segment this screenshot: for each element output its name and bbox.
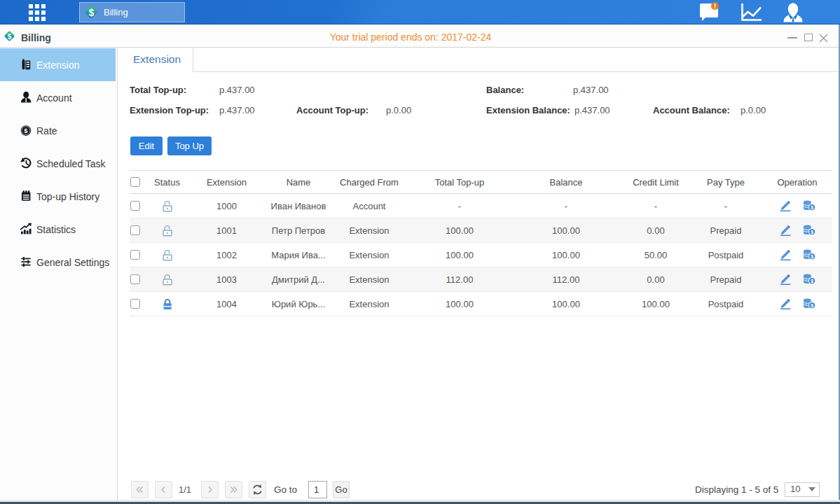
- svg-text:$: $: [24, 127, 28, 134]
- svg-text:$: $: [811, 230, 813, 235]
- svg-text:$: $: [811, 254, 813, 260]
- svg-text:$: $: [811, 303, 813, 309]
- svg-text:$: $: [811, 279, 813, 284]
- svg-text:$: $: [811, 205, 813, 211]
